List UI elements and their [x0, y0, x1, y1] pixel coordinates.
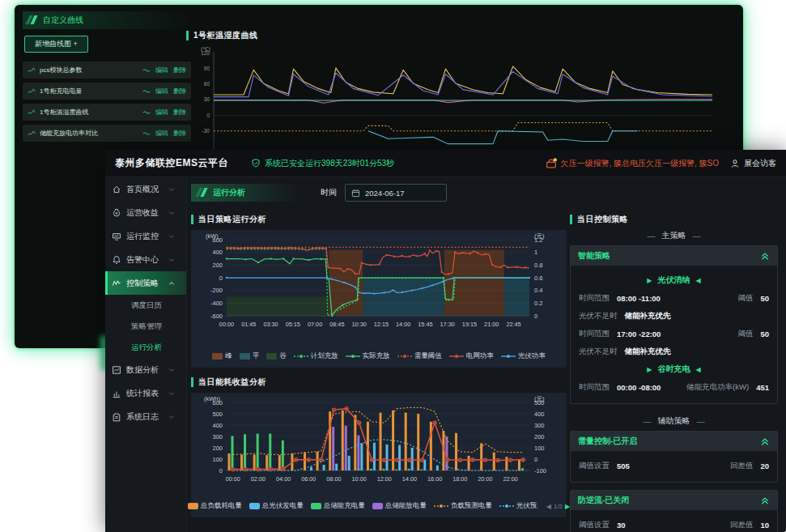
svg-text:05:15: 05:15 — [286, 321, 300, 328]
collapse-icon[interactable] — [760, 496, 770, 505]
curve-type-icon — [142, 87, 151, 96]
app-title: 泰州多储联控EMS云平台 — [115, 156, 228, 170]
delete-button[interactable]: 删除 — [173, 129, 186, 138]
svg-text:100: 100 — [212, 456, 223, 463]
collapse-icon[interactable] — [760, 252, 770, 261]
rule-value: 08:00 -11:00 — [617, 294, 661, 303]
title-bar-decoration — [191, 215, 193, 224]
legend-item[interactable]: 需量阈值 — [397, 351, 442, 361]
edit-button[interactable]: 编辑 — [155, 108, 168, 117]
curve-item-label: 1号柜温湿度曲线 — [40, 108, 142, 117]
curve-type-icon — [142, 130, 151, 138]
sidebar-item-log[interactable]: 系统日志 — [105, 405, 186, 428]
curve-list-item[interactable]: 1号柜温湿度曲线编辑删除 — [23, 104, 191, 121]
collapse-icon[interactable] — [760, 437, 770, 446]
legend-label: 总负载耗电量 — [201, 501, 242, 511]
legend-page-number: 1/2 — [554, 503, 563, 510]
legend-label: 总储能放电量 — [385, 501, 427, 511]
legend-item[interactable]: 平 — [240, 351, 260, 361]
sidebar-subitem-active[interactable]: 运行分析 — [105, 337, 186, 358]
svg-text:07:00: 07:00 — [308, 321, 322, 328]
curve-icon — [28, 66, 36, 74]
edit-button[interactable]: 编辑 — [155, 66, 168, 74]
energy-chart-legend: 总负载耗电量总光伏发电量总储能充电量总储能放电量负载预测电量光伏预测电量◀1/2… — [194, 498, 563, 514]
sidebar-item-money[interactable]: 运营收益 — [105, 201, 186, 224]
curve-item-label: pcs模块总参数 — [40, 66, 142, 74]
legend-item[interactable]: 总光伏发电量 — [249, 501, 304, 511]
bell-icon — [112, 255, 121, 265]
legend-item[interactable]: 总储能放电量 — [372, 501, 427, 511]
legend-item[interactable]: 峰 — [212, 351, 232, 361]
legend-label: 电网功率 — [466, 351, 494, 361]
chevron-down-icon — [168, 186, 175, 193]
pv-rules: 时间范围08:00 -11:00阈值50光伏不足时储能补充优先时间范围17:00… — [579, 289, 769, 360]
charts-column: 当日策略运行分析 6004002000-200-400-6001.210.80.… — [191, 213, 567, 526]
sidebar-item-label: 运行监控 — [126, 231, 168, 242]
custom-curve-panel: 自定义曲线 新增曲线图 + pcs模块总参数编辑删除1号柜充电电量编辑删除1号柜… — [23, 11, 191, 146]
legend-line-icon — [397, 353, 412, 360]
legend-item[interactable]: 总负载耗电量 — [188, 501, 242, 511]
legend-swatch-icon — [266, 353, 277, 360]
sidebar-item-home[interactable]: 首页概况 — [105, 177, 186, 201]
uptime-status: 系统已安全运行398天23时01分53秒 — [251, 158, 394, 169]
delete-button[interactable]: 删除 — [173, 66, 186, 74]
smart-strategy-card-header[interactable]: 智能策略 — [571, 246, 777, 266]
background-chart-title: 1号柜温湿度曲线 — [186, 29, 735, 42]
alert-ticker[interactable]: 欠压一级报警, 簇总电压欠压一级报警, 簇SO — [546, 157, 719, 169]
legend-prev-icon[interactable]: ◀ — [546, 503, 551, 510]
edit-button[interactable]: 编辑 — [155, 129, 168, 138]
rule-value: 505 — [617, 462, 630, 470]
svg-text:19:15: 19:15 — [462, 321, 477, 328]
custom-curve-title: 自定义曲线 — [23, 11, 191, 29]
log-icon — [112, 412, 121, 422]
user-account[interactable]: 展会访客 — [730, 158, 776, 169]
svg-text:04:00: 04:00 — [276, 475, 291, 483]
sidebar-subitem-item[interactable]: 调度日历 — [105, 295, 186, 316]
date-picker[interactable]: 2024-06-17 — [345, 184, 447, 202]
add-curve-button[interactable]: 新增曲线图 + — [24, 36, 88, 53]
svg-text:200: 200 — [212, 445, 223, 452]
rule-label: 光伏不足时 — [579, 311, 618, 321]
legend-swatch-icon — [311, 503, 321, 509]
legend-item[interactable]: 负载预测电量 — [434, 501, 492, 511]
aux-card-header[interactable]: 需量控制-已开启 — [571, 432, 777, 451]
legend-item[interactable]: 计划充放 — [294, 351, 338, 361]
curve-list: pcs模块总参数编辑删除1号柜充电电量编辑删除1号柜温湿度曲线编辑删除储能充放电… — [23, 62, 191, 142]
delete-button[interactable]: 删除 — [173, 87, 186, 96]
svg-text:200: 200 — [212, 262, 223, 269]
sidebar-item-report[interactable]: 统计报表 — [105, 381, 186, 405]
strategy-chart-legend: 峰平谷计划充放实际充放需量阈值电网功率光伏功率 — [194, 348, 563, 364]
legend-item[interactable]: 光伏预测电量 — [499, 501, 537, 511]
legend-item[interactable]: 总储能充电量 — [311, 501, 365, 511]
smart-strategy-card-body: 光伏消纳 时间范围08:00 -11:00阈值50光伏不足时储能补充优先时间范围… — [571, 266, 777, 403]
legend-item[interactable]: 实际充放 — [346, 351, 390, 361]
legend-item[interactable]: 光伏功率 — [501, 351, 546, 361]
rule-value: 储能补充优先 — [625, 311, 671, 321]
sidebar-item-monitor[interactable]: 运行监控 — [105, 224, 186, 248]
legend-label: 实际充放 — [363, 351, 390, 361]
legend-item[interactable]: 谷 — [266, 351, 287, 361]
curve-list-item[interactable]: 1号柜充电电量编辑删除 — [23, 83, 191, 100]
sidebar-subitem-item[interactable]: 策略管理 — [105, 316, 186, 337]
delete-button[interactable]: 删除 — [173, 108, 186, 117]
aux-strategy-card: 防逆流-已关闭阈值设置30回差值10 — [570, 490, 778, 532]
curve-list-item[interactable]: pcs模块总参数编辑删除 — [23, 62, 191, 79]
slash-decoration-icon — [198, 188, 207, 198]
aux-card-header[interactable]: 防逆流-已关闭 — [571, 491, 777, 510]
svg-text:20:00: 20:00 — [478, 475, 492, 483]
tab-run-analysis[interactable]: 运行分析 — [191, 184, 300, 202]
rule-value: 17:00 -22:00 — [617, 330, 661, 338]
edit-button[interactable]: 编辑 — [155, 87, 168, 96]
legend-label: 光伏预测电量 — [516, 501, 537, 511]
svg-text:1: 1 — [534, 249, 537, 256]
sidebar-item-analysis[interactable]: 数据分析 — [105, 358, 186, 381]
sidebar-item-strategy[interactable]: 控制策略 — [105, 271, 186, 295]
svg-text:-100: -100 — [534, 467, 546, 475]
svg-text:500: 500 — [212, 411, 223, 418]
legend-label: 需量阈值 — [414, 351, 442, 361]
svg-text:02:00: 02:00 — [251, 475, 266, 483]
legend-item[interactable]: 电网功率 — [449, 351, 494, 361]
valley-rule-row: 时间范围 00:00 -08:00 储能充电功率(kW) 451 — [579, 378, 769, 396]
sidebar-item-bell[interactable]: 告警中心 — [105, 248, 186, 271]
curve-list-item[interactable]: 储能充放电功率对比编辑删除 — [23, 125, 191, 142]
